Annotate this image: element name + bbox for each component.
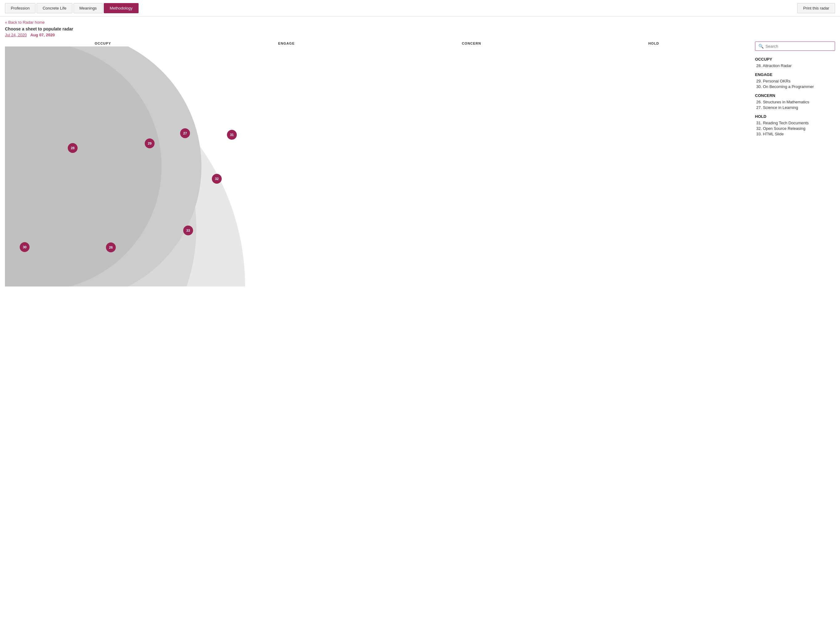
radar-column-labels: OCCUPY ENGAGE CONCERN HOLD — [5, 42, 749, 45]
tab-methodology[interactable]: Methodology — [104, 3, 138, 13]
tab-meanings[interactable]: Meanings — [74, 3, 103, 13]
radar-chart: 28 29 27 31 32 33 30 26 — [5, 46, 245, 286]
tab-profession[interactable]: Profession — [5, 3, 35, 13]
legend-item-27[interactable]: 27. Science in Learning — [755, 105, 835, 110]
label-concern: CONCERN — [462, 42, 481, 45]
legend-hold-title: HOLD — [755, 114, 835, 119]
dot-31[interactable]: 31 — [227, 130, 237, 140]
dot-30[interactable]: 30 — [20, 242, 30, 252]
print-button[interactable]: Print this radar — [797, 3, 835, 13]
dot-29[interactable]: 29 — [145, 138, 155, 148]
dot-27[interactable]: 27 — [180, 128, 190, 138]
legend: OCCUPY 28. Attraction Radar ENGAGE 29. P… — [755, 57, 835, 136]
search-input[interactable] — [765, 44, 832, 49]
legend-hold: HOLD 31. Reading Tech Documents 32. Open… — [755, 114, 835, 136]
dot-32[interactable]: 32 — [212, 174, 222, 184]
legend-occupy-title: OCCUPY — [755, 57, 835, 62]
label-engage: ENGAGE — [278, 42, 295, 45]
legend-occupy: OCCUPY 28. Attraction Radar — [755, 57, 835, 68]
legend-item-32[interactable]: 32. Open Source Releasing — [755, 126, 835, 131]
header: Profession Concrete Life Meanings Method… — [0, 0, 840, 17]
tabs-container: Profession Concrete Life Meanings Method… — [5, 3, 139, 13]
choose-sheet-label: Choose a sheet to populate radar — [5, 26, 835, 31]
dot-33[interactable]: 33 — [183, 226, 193, 235]
main-layout: OCCUPY ENGAGE CONCERN HOLD 28 29 — [0, 38, 840, 290]
date-row: Jul 24, 2020 Aug 07, 2020 — [5, 33, 835, 37]
dot-28[interactable]: 28 — [68, 143, 78, 153]
legend-engage-title: ENGAGE — [755, 72, 835, 77]
right-panel: 🔍 OCCUPY 28. Attraction Radar ENGAGE 29.… — [755, 42, 835, 286]
date1-link[interactable]: Jul 24, 2020 — [5, 33, 27, 37]
search-box[interactable]: 🔍 — [755, 42, 835, 51]
legend-item-29[interactable]: 29. Personal OKRs — [755, 79, 835, 83]
sub-header: « Back to Radar home Choose a sheet to p… — [0, 17, 840, 38]
dot-26[interactable]: 26 — [106, 242, 116, 252]
tab-concrete-life[interactable]: Concrete Life — [37, 3, 72, 13]
date2-label: Aug 07, 2020 — [30, 33, 55, 37]
legend-item-28[interactable]: 28. Attraction Radar — [755, 63, 835, 68]
radar-section: OCCUPY ENGAGE CONCERN HOLD 28 29 — [5, 42, 749, 286]
label-hold: HOLD — [648, 42, 659, 45]
legend-concern: CONCERN 26. Structures in Mathematics 27… — [755, 93, 835, 110]
legend-concern-title: CONCERN — [755, 93, 835, 98]
legend-item-33[interactable]: 33. HTML Slide — [755, 132, 835, 136]
back-link[interactable]: « Back to Radar home — [5, 20, 45, 25]
label-occupy: OCCUPY — [95, 42, 111, 45]
legend-item-31[interactable]: 31. Reading Tech Documents — [755, 121, 835, 125]
legend-item-30[interactable]: 30. On Becoming a Programmer — [755, 84, 835, 89]
legend-item-26[interactable]: 26. Structures in Mathematics — [755, 100, 835, 104]
search-icon: 🔍 — [758, 44, 764, 49]
legend-engage: ENGAGE 29. Personal OKRs 30. On Becoming… — [755, 72, 835, 89]
